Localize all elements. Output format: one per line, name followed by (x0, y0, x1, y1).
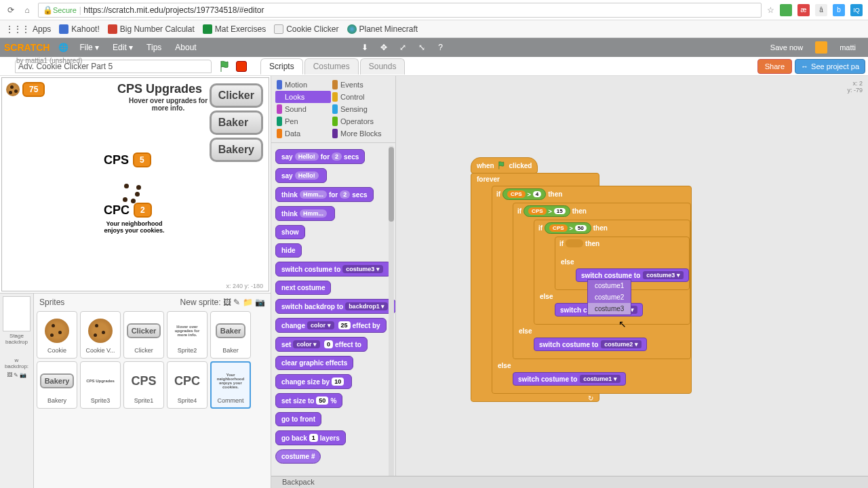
apps-button[interactable]: ⋮⋮⋮ Apps (5, 24, 51, 34)
bookmark[interactable]: Big Number Calculat (108, 24, 195, 34)
category-events[interactable]: Events (331, 79, 387, 91)
palette-block[interactable]: go back 1 layers (275, 430, 346, 445)
backdrop-cam-icon[interactable]: 📷 (20, 372, 26, 378)
star-icon[interactable]: ☆ (767, 5, 774, 15)
ext-icon-5[interactable]: IQ (850, 4, 863, 16)
palette-block[interactable]: next costume (275, 281, 331, 295)
palette-block[interactable]: clear graphic effects (275, 356, 353, 370)
menu-file[interactable]: File ▾ (73, 43, 106, 52)
palette-scrollbar[interactable] (389, 146, 394, 488)
category-sound[interactable]: Sound (275, 103, 331, 115)
sprite-card[interactable]: ClickerClicker (123, 311, 164, 359)
forever-block[interactable]: forever if CPS>4 then if CPS>1 (471, 173, 599, 402)
palette-block[interactable]: switch costume to costume3 ▾ (275, 262, 391, 277)
sprite-card[interactable]: BakeryBakery (37, 361, 77, 409)
palette-block[interactable]: change size by 10 (275, 374, 352, 389)
palette-block[interactable]: set size to 50 % (275, 393, 342, 408)
tab-sounds[interactable]: Sounds (360, 58, 406, 75)
save-now[interactable]: Save now (764, 43, 810, 52)
palette-block[interactable]: switch backdrop to backdrop1 ▾ (275, 299, 395, 314)
menu-tips[interactable]: Tips (140, 43, 168, 52)
script-stack[interactable]: when clicked forever if CPS>4 then (471, 157, 599, 402)
backdrop-paint-icon[interactable]: ✎ (14, 372, 18, 378)
ext-icon-3[interactable]: â (815, 4, 827, 16)
sprite-cam-icon[interactable]: 📷 (255, 298, 265, 307)
backdrop-lib-icon[interactable]: 🖼 (7, 372, 12, 378)
palette-block[interactable]: say Hello! for 2 secs (275, 149, 365, 164)
username[interactable]: matti (833, 43, 863, 52)
menu-about[interactable]: About (168, 43, 203, 52)
dropdown-item[interactable]: costume2 (588, 291, 631, 303)
backpack-panel[interactable]: Backpack (271, 476, 868, 488)
grow-icon[interactable]: ⤢ (397, 42, 408, 53)
costume-dropdown[interactable]: costume1 costume2 costume3 (587, 279, 631, 315)
sprite-paint-icon[interactable]: ✎ (233, 298, 240, 307)
user-icon[interactable] (815, 41, 827, 54)
sprite-card[interactable]: Your neighborhood enjoys your cookies.Co… (210, 361, 251, 409)
stage-sub: Hover over upgrades for more info. (124, 97, 212, 112)
category-sensing[interactable]: Sensing (331, 103, 387, 115)
category-more-blocks[interactable]: More Blocks (331, 127, 387, 140)
script-area[interactable]: x: 2 y: -79 when clicked forever if CPS>… (396, 76, 868, 488)
bookmark[interactable]: Cookie Clicker (274, 24, 338, 34)
category-data[interactable]: Data (275, 127, 331, 140)
sprite-card[interactable]: Hover over upgrades for more info.Sprite… (167, 311, 208, 359)
shrink-icon[interactable]: ⤡ (416, 42, 427, 53)
palette-block[interactable]: hide (275, 243, 302, 258)
palette-block[interactable]: go to front (275, 412, 321, 426)
see-project-page-button[interactable]: ↔ See project pa (795, 59, 865, 74)
switch-costume-block[interactable]: switch costume tocostume1 ▾ (513, 372, 626, 386)
switch-costume-block[interactable]: switch costume tocostume2 ▾ (534, 338, 647, 351)
sprite-card[interactable]: Cookie V... (80, 311, 121, 359)
globe-icon[interactable]: 🌐 (58, 42, 68, 53)
category-motion[interactable]: Motion (275, 79, 331, 91)
share-button[interactable]: Share (757, 59, 792, 74)
ext-icon-2[interactable]: æ (797, 4, 810, 16)
stage-title: CPS Upgrades (117, 82, 202, 96)
bakery-button[interactable]: Bakery (210, 138, 263, 162)
green-flag-icon[interactable] (218, 60, 232, 73)
dropdown-item[interactable]: costume3 (588, 303, 631, 314)
palette-block[interactable]: change color ▾ 25 effect by (275, 318, 387, 333)
tab-costumes[interactable]: Costumes (304, 58, 359, 75)
ext-icon-4[interactable]: b (833, 4, 845, 16)
help-icon[interactable]: ? (435, 42, 446, 53)
palette-block[interactable]: costume # (275, 449, 321, 464)
bookmark[interactable]: Mat Exercises (203, 24, 266, 34)
ext-icon-1[interactable] (780, 4, 792, 16)
stage[interactable]: 75 CPS Upgrades Hover over upgrades for … (1, 77, 269, 291)
home-icon[interactable]: ⌂ (22, 5, 33, 16)
stage-thumb[interactable] (3, 296, 31, 331)
stamp-icon[interactable]: ⬇ (359, 42, 370, 53)
sprite-card[interactable]: Cookie (37, 311, 77, 359)
sprite-card[interactable]: CPCSprite4 (167, 361, 208, 409)
sprite-card[interactable]: CPSSprite1 (123, 361, 164, 409)
sprite-lib-icon[interactable]: 🖼 (223, 298, 231, 307)
sprite-upload-icon[interactable]: 📁 (243, 298, 253, 307)
palette-block[interactable]: show (275, 225, 305, 239)
menu-edit[interactable]: Edit ▾ (106, 43, 140, 52)
palette-block[interactable]: think Hmm... for 2 secs (275, 187, 374, 202)
palette-block[interactable]: set color ▾ 0 effect to (275, 337, 368, 352)
baker-button[interactable]: Baker (210, 110, 263, 135)
stop-button[interactable] (236, 61, 247, 72)
category-pen[interactable]: Pen (275, 115, 331, 127)
category-looks[interactable]: Looks (275, 91, 331, 103)
clicker-button[interactable]: Clicker (210, 83, 263, 108)
reload-icon[interactable]: ⟳ (5, 5, 16, 16)
tab-scripts[interactable]: Scripts (260, 58, 303, 75)
move-icon[interactable]: ✥ (378, 42, 389, 53)
scratch-logo[interactable]: SCRATCH (0, 42, 54, 53)
palette-block[interactable]: say Hello! (275, 168, 327, 183)
bookmark[interactable]: Kahoot! (59, 24, 99, 34)
category-operators[interactable]: Operators (331, 115, 387, 127)
sprite-card[interactable]: CPS UpgradesSprite3 (80, 361, 121, 409)
palette-block[interactable]: think Hmm... (275, 206, 335, 221)
hat-block[interactable]: when clicked (471, 157, 538, 174)
cpc-value: 2 (134, 203, 152, 218)
sprite-card[interactable]: BakerBaker (210, 311, 251, 359)
dropdown-item[interactable]: costume1 (588, 280, 631, 291)
bookmark[interactable]: Planet Minecraft (347, 24, 418, 34)
category-control[interactable]: Control (331, 91, 387, 103)
url-bar[interactable]: 🔒 Secure | https://scratch.mit.edu/proje… (38, 3, 762, 18)
